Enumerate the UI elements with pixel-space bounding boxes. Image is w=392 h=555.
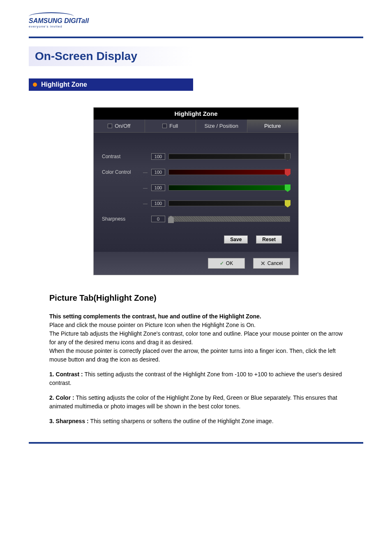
contrast-value: 100 [151,153,165,160]
slider-row-color-blue: — 100 [102,200,290,207]
color-green-value: 100 [151,184,165,191]
tab-onoff[interactable]: On/Off [94,120,145,132]
color-red-slider[interactable] [168,169,290,175]
intro-bold: This setting complements the contrast, h… [49,313,261,320]
slider-row-color-green: — 100 [102,184,290,191]
logo-main-text: SAMSUNG DIGITall [29,17,363,25]
slider-thumb-icon[interactable] [285,169,291,176]
item3-label: . Sharpness : [53,418,90,424]
item2-text: This setting adjusts the color of the Hi… [49,394,337,410]
check-icon: ✓ [220,260,224,266]
x-icon: ✕ [261,260,265,267]
cancel-label: Cancel [267,260,283,266]
slider-thumb-icon[interactable] [168,216,174,223]
color-green-slider[interactable] [168,185,290,191]
intro-line1: Place and click the mouse pointer on Pic… [49,322,256,328]
slider-panel: Contrast 100 Color Control — 100 — 100 [94,133,298,252]
slider-row-contrast: Contrast 100 [102,153,290,160]
save-button[interactable]: Save [224,235,248,244]
cancel-button[interactable]: ✕ Cancel [253,258,290,269]
tab-full-label: Full [169,123,178,129]
contrast-label: Contrast [102,154,143,159]
bullet-icon [33,83,37,87]
slider-thumb-icon[interactable] [285,184,291,192]
sharpness-value: 0 [151,216,165,222]
tree-connector: — [143,201,151,206]
section-header: Highlight Zone [29,78,193,91]
ok-label: OK [226,260,233,266]
slider-thumb-icon[interactable] [285,153,291,161]
item3-text: This setting sharpens or softens the out… [90,418,274,424]
item1-text: This setting adjusts the contrast of the… [49,371,342,386]
sharpness-slider[interactable] [168,216,290,222]
tab-size-position[interactable]: Size / Position [196,120,247,132]
save-reset-row: Save Reset [102,231,290,244]
item2-label: 2. Color : [49,394,76,401]
slider-thumb-icon[interactable] [285,200,291,207]
tree-connector: — [143,185,151,190]
color-blue-value: 100 [151,200,165,207]
slider-row-sharpness: Sharpness 0 [102,216,290,222]
tab-picture-label: Picture [264,123,281,129]
checkbox-icon[interactable] [108,124,112,128]
item-color: 2. Color : This setting adjusts the colo… [49,394,343,411]
item-sharpness: 3. Sharpness : This setting sharpens or … [49,417,343,426]
tab-onoff-label: On/Off [115,123,130,129]
tab-picture[interactable]: Picture [247,120,299,132]
slider-row-color-red: Color Control — 100 [102,169,290,175]
tree-connector: — [143,170,151,175]
section-title: Highlight Zone [41,81,87,88]
brand-logo: SAMSUNG DIGITall everyone's invited [29,12,363,28]
tab-full[interactable]: Full [145,120,196,132]
color-blue-slider[interactable] [168,200,290,206]
tabs-row: On/Off Full Size / Position Picture [94,120,298,133]
item-contrast: 1. Contrast : This setting adjusts the c… [49,370,343,387]
ok-button[interactable]: ✓ OK [208,258,245,269]
intro-line2: The Picture tab adjusts the Highlight Zo… [49,330,343,345]
reset-button[interactable]: Reset [256,235,282,244]
color-red-value: 100 [151,169,165,175]
intro-line3: When the mouse pointer is correctly plac… [49,348,336,363]
title-bar: On-Screen Display [29,46,363,66]
contrast-slider[interactable] [168,154,290,159]
divider-top [29,37,363,38]
ok-cancel-row: ✓ OK ✕ Cancel [94,252,298,275]
checkbox-icon[interactable] [162,124,167,128]
logo-sub-text: everyone's invited [29,25,363,28]
page-title: On-Screen Display [29,46,193,66]
sharpness-label: Sharpness [102,216,143,222]
item1-label: 1. Contrast : [49,371,85,378]
dialog-title: Highlight Zone [94,108,298,120]
content-heading: Picture Tab(Highlight Zone) [49,292,343,304]
tab-size-position-label: Size / Position [205,123,238,129]
dialog-screenshot: Highlight Zone On/Off Full Size / Positi… [93,107,299,275]
divider-bottom [29,442,363,444]
content-body: Picture Tab(Highlight Zone) This setting… [49,292,343,426]
item3-prefix: 3 [49,418,53,424]
color-control-label: Color Control [102,169,143,175]
logo-area: SAMSUNG DIGITall everyone's invited [0,0,392,32]
